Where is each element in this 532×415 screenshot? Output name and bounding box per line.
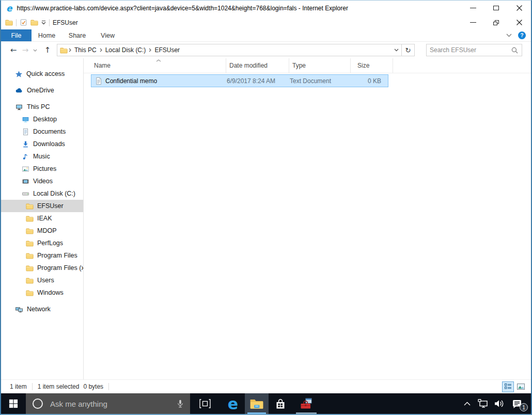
tab-share[interactable]: Share (62, 29, 92, 41)
sidebar-item-local-disk[interactable]: Local Disk (C:) (1, 187, 83, 200)
up-button[interactable]: ↑ (41, 46, 54, 54)
column-header-name[interactable]: Name (84, 58, 226, 73)
ie-close-button[interactable] (508, 1, 531, 15)
taskbar-edge-button[interactable]: e (221, 393, 245, 414)
items-count: 1 item (10, 383, 27, 390)
taskbar-tools-button[interactable] (294, 393, 318, 414)
cortana-search[interactable] (26, 393, 190, 414)
edge-icon: e (228, 395, 238, 413)
sidebar-item-mdop[interactable]: MDOP (1, 225, 83, 237)
sidebar-item-label: Windows (37, 289, 64, 296)
column-header-size[interactable]: Size (351, 58, 393, 73)
sidebar-item-pictures[interactable]: Pictures (1, 163, 83, 175)
tab-home[interactable]: Home (32, 29, 62, 41)
file-row-selected[interactable]: Confidential memo 6/9/2017 8:24 AM Text … (91, 74, 388, 87)
sidebar-item-quick-access[interactable]: Quick access (1, 68, 83, 80)
sidebar-item-label: EFSUser (37, 202, 64, 210)
sidebar-item-documents[interactable]: Documents (1, 125, 83, 138)
explorer-folder-icon (5, 19, 13, 26)
sidebar-item-onedrive[interactable]: OneDrive (1, 84, 83, 97)
separator (32, 383, 33, 390)
breadcrumb-separator-icon (148, 48, 152, 52)
task-view-button[interactable] (193, 393, 217, 414)
taskbar-store-button[interactable] (269, 393, 292, 414)
sidebar-item-desktop[interactable]: Desktop (1, 113, 83, 125)
expand-ribbon-icon[interactable] (506, 34, 512, 37)
sidebar-item-perflogs[interactable]: PerfLogs (1, 237, 83, 249)
sidebar-item-music[interactable]: Music (1, 150, 83, 163)
tab-view[interactable]: View (92, 29, 123, 41)
folder-icon (26, 215, 34, 222)
recent-locations-dropdown-icon[interactable] (31, 49, 39, 52)
sidebar-item-label: Pictures (33, 165, 56, 172)
sidebar-item-windows[interactable]: Windows (1, 286, 83, 299)
music-note-icon (22, 153, 29, 161)
sidebar-item-label: Local Disk (C:) (33, 190, 75, 197)
refresh-button[interactable]: ↻ (402, 44, 415, 56)
tray-network-button[interactable] (476, 393, 490, 414)
drive-icon (22, 190, 29, 198)
sidebar-item-this-pc[interactable]: This PC (1, 101, 83, 113)
ie-maximize-button[interactable] (484, 1, 508, 15)
separator (108, 383, 109, 390)
file-name: Confidential memo (105, 77, 227, 85)
sidebar-item-network[interactable]: Network (1, 303, 83, 315)
cloud-icon (15, 87, 23, 94)
taskbar-file-explorer-button[interactable] (245, 393, 269, 414)
tab-file[interactable]: File (1, 29, 32, 41)
taskbar-search-input[interactable] (49, 399, 177, 409)
explorer-minimize-button[interactable] (461, 15, 484, 29)
desktop-icon (22, 116, 29, 123)
microphone-icon[interactable] (177, 400, 184, 408)
breadcrumb-local-disk[interactable]: Local Disk (C:) (103, 46, 148, 54)
sidebar-item-program-files-x86[interactable]: Program Files (x86 (1, 262, 83, 274)
column-header-date-modified[interactable]: Date modified (226, 58, 289, 73)
text-document-icon (91, 77, 105, 85)
explorer-close-button[interactable] (508, 15, 531, 29)
customize-qat-dropdown-icon[interactable] (41, 21, 46, 25)
start-button[interactable] (1, 393, 26, 414)
properties-icon[interactable] (20, 19, 27, 26)
sidebar-item-users[interactable]: Users (1, 274, 83, 286)
chevron-up-icon (464, 402, 471, 406)
sidebar-item-downloads[interactable]: Downloads (1, 138, 83, 150)
explorer-titlebar: EFSUser (1, 15, 531, 29)
large-icons-view-button[interactable] (515, 381, 527, 392)
new-folder-icon[interactable] (30, 19, 38, 26)
document-icon (22, 128, 29, 136)
sidebar-item-ieak[interactable]: IEAK (1, 212, 83, 225)
search-input[interactable] (427, 46, 511, 54)
tray-volume-button[interactable] (492, 393, 506, 414)
download-icon (22, 140, 29, 148)
ie-titlebar: e https://www.practice-labs.com/device.a… (1, 1, 531, 15)
address-bar[interactable]: This PC Local Disk (C:) EFSUser (57, 44, 402, 56)
folder-icon (26, 227, 34, 235)
sidebar-item-videos[interactable]: Videos (1, 175, 83, 187)
sidebar-item-label: Users (37, 277, 54, 284)
breadcrumb-separator-icon (68, 48, 72, 52)
tray-show-hidden-icons-button[interactable] (460, 393, 474, 414)
thumbnail-view-icon (517, 384, 525, 390)
tray-action-center-button[interactable]: 1 (508, 393, 526, 414)
folder-icon (26, 289, 34, 297)
column-header-type[interactable]: Type (289, 58, 351, 73)
ie-minimize-button[interactable] (461, 1, 484, 15)
help-icon[interactable]: ? (518, 31, 526, 39)
sidebar-item-label: PerfLogs (37, 240, 63, 247)
explorer-restore-button[interactable] (484, 15, 508, 29)
sidebar-item-efsuser[interactable]: EFSUser (1, 200, 83, 212)
details-view-button[interactable] (502, 381, 514, 392)
network-icon (15, 306, 23, 313)
search-icon[interactable] (511, 47, 518, 54)
file-list: Name Date modified Type Size Confidentia… (84, 58, 531, 379)
sidebar-item-program-files[interactable]: Program Files (1, 249, 83, 262)
navigation-bar: ← → ↑ This PC Local Disk (C:) EFSUser ↻ (1, 42, 531, 58)
selection-count: 1 item selected (38, 383, 80, 390)
address-dropdown-icon[interactable] (391, 49, 401, 52)
video-icon (22, 178, 29, 185)
sidebar-item-label: Quick access (26, 70, 65, 77)
back-button[interactable]: ← (7, 46, 20, 54)
breadcrumb-this-pc[interactable]: This PC (72, 46, 99, 54)
breadcrumb-efsuser[interactable]: EFSUser (152, 46, 182, 54)
forward-button[interactable]: → (20, 46, 31, 54)
